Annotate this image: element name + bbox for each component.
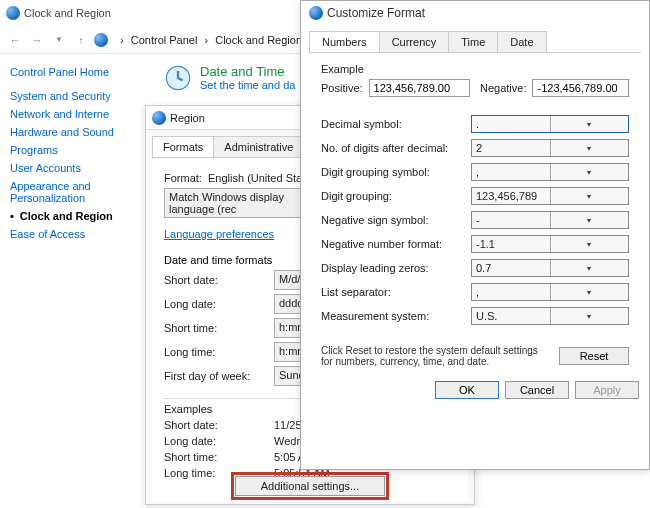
- leading-zeros-combo[interactable]: 0.7▾: [471, 259, 629, 277]
- negative-format-combo[interactable]: -1.1▾: [471, 235, 629, 253]
- ok-button[interactable]: OK: [435, 381, 499, 399]
- apply-button[interactable]: Apply: [575, 381, 639, 399]
- chevron-down-icon: ▾: [550, 140, 629, 156]
- chevron-down-icon: ▾: [550, 188, 629, 204]
- sidebar-item-ease[interactable]: Ease of Access: [10, 228, 140, 240]
- digit-grouping-label: Digit grouping:: [321, 190, 471, 202]
- short-time-label: Short time:: [164, 322, 274, 334]
- positive-label: Positive:: [321, 82, 363, 94]
- tab-time[interactable]: Time: [448, 31, 498, 52]
- crumb-0[interactable]: Control Panel: [131, 34, 198, 46]
- cust-titlebar: Customize Format: [301, 1, 649, 25]
- digit-grouping-combo[interactable]: 123,456,789▾: [471, 187, 629, 205]
- chevron-down-icon: ▾: [550, 260, 629, 276]
- chevron-down-icon: ▾: [550, 308, 629, 324]
- tab-currency[interactable]: Currency: [379, 31, 450, 52]
- sidebar: Control Panel Home System and Security N…: [0, 54, 150, 508]
- decimal-symbol-value: .: [472, 116, 550, 132]
- up-icon[interactable]: ↑: [72, 31, 90, 49]
- digits-after-label: No. of digits after decimal:: [321, 142, 471, 154]
- measurement-label: Measurement system:: [321, 310, 471, 322]
- negative-sign-combo[interactable]: -▾: [471, 211, 629, 229]
- digits-after-combo[interactable]: 2▾: [471, 139, 629, 157]
- tab-date[interactable]: Date: [497, 31, 546, 52]
- sidebar-item-system[interactable]: System and Security: [10, 90, 140, 102]
- leading-zeros-label: Display leading zeros:: [321, 262, 471, 274]
- reset-text: Click Reset to restore the system defaul…: [321, 345, 549, 367]
- grouping-symbol-combo[interactable]: ,▾: [471, 163, 629, 181]
- chevron-down-icon: ▾: [550, 212, 629, 228]
- negative-sign-value: -: [472, 212, 550, 228]
- negative-sign-label: Negative sign symbol:: [321, 214, 471, 226]
- leading-zeros-value: 0.7: [472, 260, 550, 276]
- list-separator-value: ,: [472, 284, 550, 300]
- chevron-down-icon: ▾: [550, 284, 629, 300]
- ex-short-date-label: Short date:: [164, 419, 274, 431]
- cust-globe-icon: [309, 6, 323, 20]
- measurement-value: U.S.: [472, 308, 550, 324]
- tab-formats[interactable]: Formats: [152, 136, 214, 157]
- negative-example: [532, 79, 629, 97]
- list-separator-label: List separator:: [321, 286, 471, 298]
- additional-settings-button[interactable]: Additional settings...: [235, 476, 385, 496]
- long-date-label: Long date:: [164, 298, 274, 310]
- sidebar-item-accounts[interactable]: User Accounts: [10, 162, 140, 174]
- first-day-label: First day of week:: [164, 370, 274, 382]
- format-label: Format:: [164, 172, 208, 184]
- region-title: Region: [170, 112, 205, 124]
- chevron-down-icon: ▾: [550, 164, 629, 180]
- cp-title: Clock and Region: [24, 7, 111, 19]
- cancel-button[interactable]: Cancel: [505, 381, 569, 399]
- long-time-label: Long time:: [164, 346, 274, 358]
- sidebar-home[interactable]: Control Panel Home: [10, 66, 140, 78]
- region-globe-icon: [152, 111, 166, 125]
- ex-long-date-label: Long date:: [164, 435, 274, 447]
- reset-button[interactable]: Reset: [559, 347, 629, 365]
- list-separator-combo[interactable]: ,▾: [471, 283, 629, 301]
- positive-example: [369, 79, 470, 97]
- section-heading[interactable]: Date and Time: [200, 64, 295, 79]
- match-language-text: Match Windows display language (rec: [165, 189, 310, 217]
- forward-icon[interactable]: →: [28, 31, 46, 49]
- history-dropdown-icon[interactable]: ▼: [50, 31, 68, 49]
- sidebar-item-appearance[interactable]: Appearance and Personalization: [10, 180, 140, 204]
- cust-title: Customize Format: [327, 6, 425, 20]
- measurement-combo[interactable]: U.S.▾: [471, 307, 629, 325]
- sidebar-item-programs[interactable]: Programs: [10, 144, 140, 156]
- decimal-symbol-label: Decimal symbol:: [321, 118, 471, 130]
- negative-format-label: Negative number format:: [321, 238, 471, 250]
- decimal-symbol-combo[interactable]: .▾: [471, 115, 629, 133]
- ex-short-time-label: Short time:: [164, 451, 274, 463]
- globe-icon: [6, 6, 20, 20]
- negative-label: Negative:: [480, 82, 526, 94]
- language-prefs-link[interactable]: Language preferences: [164, 228, 274, 240]
- short-date-label: Short date:: [164, 274, 274, 286]
- sidebar-item-network[interactable]: Network and Interne: [10, 108, 140, 120]
- section-sub[interactable]: Set the time and da: [200, 79, 295, 91]
- back-icon[interactable]: ←: [6, 31, 24, 49]
- crumb-1[interactable]: Clock and Region: [215, 34, 302, 46]
- sidebar-item-clock[interactable]: Clock and Region: [10, 210, 113, 222]
- sidebar-item-hardware[interactable]: Hardware and Sound: [10, 126, 140, 138]
- chevron-down-icon: ▾: [550, 236, 629, 252]
- customize-format-dialog: Customize Format Numbers Currency Time D…: [300, 0, 650, 470]
- digit-grouping-value: 123,456,789: [472, 188, 550, 204]
- negative-format-value: -1.1: [472, 236, 550, 252]
- breadcrumb[interactable]: › Control Panel › Clock and Region: [116, 34, 302, 46]
- tab-numbers[interactable]: Numbers: [309, 31, 380, 52]
- grouping-symbol-label: Digit grouping symbol:: [321, 166, 471, 178]
- digits-after-value: 2: [472, 140, 550, 156]
- chevron-down-icon: ▾: [550, 116, 629, 132]
- example-label: Example: [321, 63, 629, 75]
- grouping-symbol-value: ,: [472, 164, 550, 180]
- address-globe-icon: [94, 33, 108, 47]
- clock-icon: [164, 64, 192, 92]
- tab-administrative[interactable]: Administrative: [213, 136, 304, 157]
